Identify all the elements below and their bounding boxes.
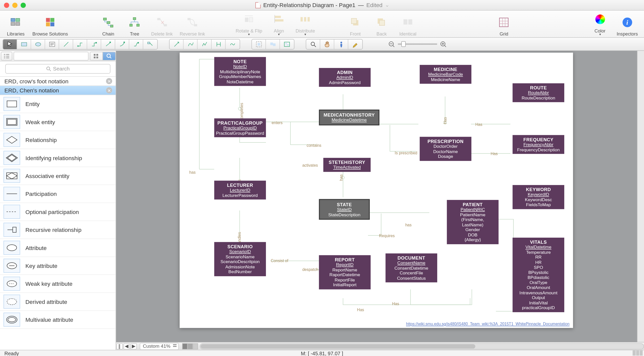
highlighter-tool[interactable] [348, 39, 362, 49]
window-close-button[interactable] [4, 3, 9, 8]
title-edited[interactable]: Edited [366, 2, 382, 8]
entity-vitals[interactable]: VITALS VitalDatetime Temperature RR HR S… [513, 238, 564, 312]
close-icon[interactable]: ✕ [106, 78, 112, 84]
chain-button[interactable]: Chain [96, 14, 121, 36]
lib-item-multivalue-attribute[interactable]: Multivalue attribute [0, 311, 116, 329]
rect-tool[interactable] [17, 39, 31, 49]
container-tool[interactable] [280, 39, 294, 49]
lib-item-weak-key-attribute[interactable]: Weak key attribute [0, 275, 116, 293]
lib-search-toggle[interactable] [103, 52, 116, 60]
entity-route[interactable]: ROUTE RouteAbbr RouteDescription [513, 83, 564, 102]
wiki-link[interactable]: https://wiki.smu.edu.sg/is480/IS480_Team… [406, 322, 570, 326]
edge-has: has [189, 170, 195, 174]
pointer-tool[interactable] [3, 39, 17, 49]
lib-item-recursive-relationship[interactable]: Recursive relationship [0, 221, 116, 239]
window-minimize-button[interactable] [12, 3, 18, 8]
entity-patient[interactable]: PATIENT PatientNRIC PatientName (FirstNa… [447, 200, 498, 244]
lib-item-weak-entity[interactable]: Weak entity [0, 113, 116, 131]
window-zoom-button[interactable] [21, 3, 26, 8]
freehand-tool[interactable] [226, 39, 240, 49]
svg-rect-40 [148, 42, 150, 44]
svg-point-57 [47, 67, 50, 70]
connector1-tool[interactable] [73, 39, 87, 49]
spline-tool[interactable] [184, 39, 198, 49]
entity-medicationhistory[interactable]: MEDICATIONHISTORY MedicineDatetime [319, 110, 379, 125]
horizontal-scrollbar[interactable] [200, 343, 644, 349]
svg-rect-14 [157, 18, 160, 20]
search-input[interactable]: Search [5, 64, 110, 74]
edge-despatch: despatch [302, 267, 318, 272]
lib-view-list[interactable] [1, 52, 12, 60]
connector5-tool[interactable] [129, 39, 143, 49]
page-prev[interactable]: ◀ [124, 343, 130, 349]
canvas-area[interactable]: has completes enters contains activates … [116, 51, 637, 350]
lib-item-relationship[interactable]: Relationship [0, 131, 116, 149]
entity-state[interactable]: STATE StateID StateDescription [319, 199, 370, 220]
zoom-in-icon[interactable] [440, 41, 447, 48]
lib-category-crowsfoot[interactable]: ERD, crow's foot notation ✕ [0, 77, 116, 86]
entity-medicine[interactable]: MEDICINE MedicineBarCode MedicineName [420, 65, 471, 84]
page-toggle[interactable]: ‖ [116, 343, 123, 349]
entity-note[interactable]: NOTE NoteID MultidisciplinaryNote GropuM… [214, 57, 266, 86]
entity-scenario[interactable]: SCENARIO ScenarioID ScenarioName Scenari… [214, 242, 266, 276]
lib-item-optional-participation[interactable]: Optional participation [0, 203, 116, 221]
grid-button[interactable]: Grid [492, 14, 516, 36]
diagram-canvas[interactable]: has completes enters contains activates … [180, 53, 573, 328]
zoom-select[interactable]: Custom 41% [140, 343, 179, 350]
lib-category-chen[interactable]: ERD, Chen's notation ✕ [0, 86, 116, 95]
ungroup-tool[interactable] [266, 39, 280, 49]
browse-solutions-button[interactable]: Browse Solutions [30, 14, 70, 36]
status-bar: Ready M: [ -45.81, 97.07 ] [0, 350, 644, 356]
entity-frequency[interactable]: FREQUENCY FrequencyAbbr FrequencyDescrip… [513, 135, 564, 154]
arrow1-tool[interactable] [170, 39, 184, 49]
zoom-out-icon[interactable] [388, 41, 395, 48]
connector3-tool[interactable] [101, 39, 115, 49]
inspectors-button[interactable]: i Inspectors [614, 14, 640, 36]
entity-lecturer[interactable]: LECTURER LecturerID LecturerPassword [214, 181, 266, 199]
svg-rect-38 [123, 42, 125, 43]
zoom-track[interactable] [398, 43, 437, 45]
presenter-tool[interactable] [334, 39, 348, 49]
lib-item-derived-attribute[interactable]: Derived attribute [0, 293, 116, 311]
color-button[interactable]: Color ▾ [588, 11, 612, 36]
group-tool[interactable] [252, 39, 266, 49]
lib-item-key-attribute[interactable]: Key attribute [0, 257, 116, 275]
pan-tool[interactable] [320, 39, 334, 49]
close-icon[interactable]: ✕ [106, 87, 112, 93]
entity-report[interactable]: REPORT ReportID ReportName RaportDatetim… [319, 255, 371, 289]
lib-item-identifying-relationship[interactable]: Identifying relationship [0, 149, 116, 167]
libraries-button[interactable]: Libraries [4, 14, 28, 36]
zoom-thumb[interactable] [401, 41, 406, 47]
connector6-tool[interactable] [143, 39, 157, 49]
entity-admin[interactable]: ADMIN AdminID AdminPassword [319, 68, 371, 87]
zoom-tool[interactable] [306, 39, 320, 49]
svg-point-48 [311, 42, 314, 45]
color-swatches[interactable] [182, 343, 198, 349]
lib-item-attribute[interactable]: Attribute [0, 239, 116, 257]
svg-rect-26 [351, 18, 357, 24]
lib-item-entity[interactable]: Entity [0, 95, 116, 113]
lib-item-associative-entity[interactable]: Associative entity [0, 167, 116, 185]
lib-filter-input[interactable] [14, 52, 89, 60]
lib-item-participation[interactable]: Participation [0, 185, 116, 203]
edge-has-pat: has [405, 223, 412, 227]
connector4-tool[interactable] [115, 39, 129, 49]
dimension-tool[interactable] [212, 39, 226, 49]
entity-keyword[interactable]: KEYWORD KeywordID KeywordDesc FieldsToMa… [513, 185, 564, 209]
text-tool[interactable] [45, 39, 59, 49]
line-tool[interactable] [59, 39, 73, 49]
tree-button[interactable]: Tree [122, 14, 147, 36]
ellipse-tool[interactable] [31, 39, 45, 49]
entity-document[interactable]: DOCUMENT ConsentName ConsentDatetime Con… [386, 254, 437, 282]
page-next[interactable]: ▶ [131, 343, 137, 349]
resize-grip-icon[interactable] [633, 350, 643, 356]
polyline-tool[interactable] [197, 39, 212, 49]
chevron-down-icon[interactable]: ⌵ [386, 3, 388, 7]
entity-stetehistory[interactable]: STETEHISTORY TimeActivated [323, 158, 371, 172]
entity-practicalgroup[interactable]: PRACTICALGROUP PracticalGroupID Practica… [214, 118, 266, 137]
zoom-slider[interactable] [388, 41, 447, 48]
connector2-tool[interactable] [87, 39, 101, 49]
lib-view-grid[interactable] [90, 52, 103, 60]
vertical-scrollbar[interactable] [637, 51, 644, 350]
entity-prescription[interactable]: PRESCRIPTION DoctorOrder DoctorName Dosa… [420, 137, 471, 161]
